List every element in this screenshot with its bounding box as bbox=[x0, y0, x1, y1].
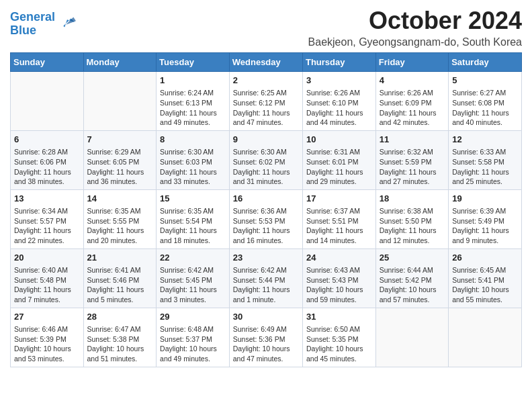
cell-content: Sunrise: 6:33 AM Sunset: 5:58 PM Dayligh… bbox=[452, 147, 518, 187]
cell-content: Sunrise: 6:45 AM Sunset: 5:41 PM Dayligh… bbox=[452, 265, 518, 305]
calendar: SundayMondayTuesdayWednesdayThursdayFrid… bbox=[10, 52, 522, 367]
calendar-cell: 16Sunrise: 6:36 AM Sunset: 5:53 PM Dayli… bbox=[229, 189, 302, 248]
cell-content: Sunrise: 6:42 AM Sunset: 5:44 PM Dayligh… bbox=[233, 265, 299, 305]
calendar-cell: 6Sunrise: 6:28 AM Sunset: 6:06 PM Daylig… bbox=[11, 130, 84, 189]
cell-content: Sunrise: 6:30 AM Sunset: 6:02 PM Dayligh… bbox=[233, 147, 299, 187]
cell-content: Sunrise: 6:49 AM Sunset: 5:36 PM Dayligh… bbox=[233, 324, 299, 364]
calendar-week-5: 27Sunrise: 6:46 AM Sunset: 5:39 PM Dayli… bbox=[11, 308, 522, 367]
subtitle: Baekjeon, Gyeongsangnam-do, South Korea bbox=[308, 36, 522, 48]
main-title: October 2024 bbox=[308, 7, 522, 35]
cell-content: Sunrise: 6:41 AM Sunset: 5:46 PM Dayligh… bbox=[87, 265, 153, 305]
calendar-cell: 26Sunrise: 6:45 AM Sunset: 5:41 PM Dayli… bbox=[449, 248, 522, 308]
day-number: 16 bbox=[233, 193, 299, 205]
calendar-cell: 29Sunrise: 6:48 AM Sunset: 5:37 PM Dayli… bbox=[157, 308, 230, 367]
calendar-week-2: 6Sunrise: 6:28 AM Sunset: 6:06 PM Daylig… bbox=[11, 130, 522, 189]
logo-bird-icon bbox=[57, 13, 76, 32]
day-number: 12 bbox=[452, 134, 518, 146]
cell-content: Sunrise: 6:31 AM Sunset: 6:01 PM Dayligh… bbox=[306, 147, 372, 187]
calendar-cell: 20Sunrise: 6:40 AM Sunset: 5:48 PM Dayli… bbox=[11, 248, 84, 308]
calendar-cell: 27Sunrise: 6:46 AM Sunset: 5:39 PM Dayli… bbox=[11, 308, 84, 367]
day-number: 4 bbox=[380, 75, 445, 87]
header: GeneralBlue October 2024 Baekjeon, Gyeon… bbox=[10, 7, 522, 48]
calendar-cell: 4Sunrise: 6:26 AM Sunset: 6:09 PM Daylig… bbox=[375, 72, 448, 131]
calendar-cell: 2Sunrise: 6:25 AM Sunset: 6:12 PM Daylig… bbox=[229, 72, 302, 131]
col-header-thursday: Thursday bbox=[302, 53, 375, 72]
cell-content: Sunrise: 6:29 AM Sunset: 6:05 PM Dayligh… bbox=[87, 147, 153, 187]
cell-content: Sunrise: 6:34 AM Sunset: 5:57 PM Dayligh… bbox=[14, 206, 80, 246]
cell-content: Sunrise: 6:48 AM Sunset: 5:37 PM Dayligh… bbox=[160, 324, 226, 364]
col-header-sunday: Sunday bbox=[11, 53, 84, 72]
calendar-week-1: 1Sunrise: 6:24 AM Sunset: 6:13 PM Daylig… bbox=[11, 72, 522, 131]
calendar-cell: 13Sunrise: 6:34 AM Sunset: 5:57 PM Dayli… bbox=[11, 189, 84, 248]
calendar-cell bbox=[83, 72, 157, 131]
calendar-cell: 28Sunrise: 6:47 AM Sunset: 5:38 PM Dayli… bbox=[83, 308, 157, 367]
calendar-cell: 21Sunrise: 6:41 AM Sunset: 5:46 PM Dayli… bbox=[83, 248, 157, 308]
cell-content: Sunrise: 6:40 AM Sunset: 5:48 PM Dayligh… bbox=[14, 265, 80, 305]
calendar-cell: 12Sunrise: 6:33 AM Sunset: 5:58 PM Dayli… bbox=[449, 130, 522, 189]
cell-content: Sunrise: 6:26 AM Sunset: 6:09 PM Dayligh… bbox=[380, 88, 445, 128]
day-number: 17 bbox=[306, 193, 372, 205]
day-number: 6 bbox=[14, 134, 80, 146]
cell-content: Sunrise: 6:50 AM Sunset: 5:35 PM Dayligh… bbox=[306, 324, 372, 364]
day-number: 11 bbox=[380, 134, 445, 146]
calendar-cell: 14Sunrise: 6:35 AM Sunset: 5:55 PM Dayli… bbox=[83, 189, 157, 248]
day-number: 14 bbox=[87, 193, 153, 205]
cell-content: Sunrise: 6:42 AM Sunset: 5:45 PM Dayligh… bbox=[160, 265, 226, 305]
calendar-cell: 23Sunrise: 6:42 AM Sunset: 5:44 PM Dayli… bbox=[229, 248, 302, 308]
col-header-tuesday: Tuesday bbox=[157, 53, 230, 72]
calendar-cell bbox=[375, 308, 448, 367]
calendar-cell: 19Sunrise: 6:39 AM Sunset: 5:49 PM Dayli… bbox=[449, 189, 522, 248]
cell-content: Sunrise: 6:35 AM Sunset: 5:55 PM Dayligh… bbox=[87, 206, 153, 246]
logo-text: GeneralBlue bbox=[10, 11, 55, 38]
day-number: 18 bbox=[380, 193, 445, 205]
cell-content: Sunrise: 6:35 AM Sunset: 5:54 PM Dayligh… bbox=[160, 206, 226, 246]
calendar-cell: 10Sunrise: 6:31 AM Sunset: 6:01 PM Dayli… bbox=[302, 130, 375, 189]
day-number: 24 bbox=[306, 252, 372, 264]
calendar-cell: 8Sunrise: 6:30 AM Sunset: 6:03 PM Daylig… bbox=[157, 130, 230, 189]
cell-content: Sunrise: 6:46 AM Sunset: 5:39 PM Dayligh… bbox=[14, 324, 80, 364]
day-number: 23 bbox=[233, 252, 299, 264]
title-area: October 2024 Baekjeon, Gyeongsangnam-do,… bbox=[308, 7, 522, 48]
day-number: 2 bbox=[233, 75, 299, 87]
col-header-friday: Friday bbox=[375, 53, 448, 72]
day-number: 7 bbox=[87, 134, 153, 146]
day-number: 28 bbox=[87, 311, 153, 323]
calendar-cell bbox=[449, 308, 522, 367]
calendar-cell: 1Sunrise: 6:24 AM Sunset: 6:13 PM Daylig… bbox=[157, 72, 230, 131]
day-number: 26 bbox=[452, 252, 518, 264]
day-number: 9 bbox=[233, 134, 299, 146]
cell-content: Sunrise: 6:24 AM Sunset: 6:13 PM Dayligh… bbox=[160, 88, 226, 128]
cell-content: Sunrise: 6:39 AM Sunset: 5:49 PM Dayligh… bbox=[452, 206, 518, 246]
cell-content: Sunrise: 6:43 AM Sunset: 5:43 PM Dayligh… bbox=[306, 265, 372, 305]
cell-content: Sunrise: 6:30 AM Sunset: 6:03 PM Dayligh… bbox=[160, 147, 226, 187]
cell-content: Sunrise: 6:28 AM Sunset: 6:06 PM Dayligh… bbox=[14, 147, 80, 187]
day-number: 29 bbox=[160, 311, 226, 323]
day-number: 30 bbox=[233, 311, 299, 323]
calendar-cell: 5Sunrise: 6:27 AM Sunset: 6:08 PM Daylig… bbox=[449, 72, 522, 131]
calendar-cell: 24Sunrise: 6:43 AM Sunset: 5:43 PM Dayli… bbox=[302, 248, 375, 308]
cell-content: Sunrise: 6:27 AM Sunset: 6:08 PM Dayligh… bbox=[452, 88, 518, 128]
calendar-cell: 30Sunrise: 6:49 AM Sunset: 5:36 PM Dayli… bbox=[229, 308, 302, 367]
calendar-cell: 31Sunrise: 6:50 AM Sunset: 5:35 PM Dayli… bbox=[302, 308, 375, 367]
day-number: 19 bbox=[452, 193, 518, 205]
calendar-header: SundayMondayTuesdayWednesdayThursdayFrid… bbox=[11, 53, 522, 72]
calendar-cell: 7Sunrise: 6:29 AM Sunset: 6:05 PM Daylig… bbox=[83, 130, 157, 189]
col-header-monday: Monday bbox=[83, 53, 157, 72]
day-number: 1 bbox=[160, 75, 226, 87]
calendar-cell: 17Sunrise: 6:37 AM Sunset: 5:51 PM Dayli… bbox=[302, 189, 375, 248]
cell-content: Sunrise: 6:47 AM Sunset: 5:38 PM Dayligh… bbox=[87, 324, 153, 364]
day-number: 31 bbox=[306, 311, 372, 323]
calendar-week-4: 20Sunrise: 6:40 AM Sunset: 5:48 PM Dayli… bbox=[11, 248, 522, 308]
day-number: 20 bbox=[14, 252, 80, 264]
calendar-cell: 3Sunrise: 6:26 AM Sunset: 6:10 PM Daylig… bbox=[302, 72, 375, 131]
cell-content: Sunrise: 6:38 AM Sunset: 5:50 PM Dayligh… bbox=[380, 206, 445, 246]
calendar-cell: 9Sunrise: 6:30 AM Sunset: 6:02 PM Daylig… bbox=[229, 130, 302, 189]
cell-content: Sunrise: 6:44 AM Sunset: 5:42 PM Dayligh… bbox=[380, 265, 445, 305]
cell-content: Sunrise: 6:36 AM Sunset: 5:53 PM Dayligh… bbox=[233, 206, 299, 246]
cell-content: Sunrise: 6:26 AM Sunset: 6:10 PM Dayligh… bbox=[306, 88, 372, 128]
col-header-wednesday: Wednesday bbox=[229, 53, 302, 72]
day-number: 5 bbox=[452, 75, 518, 87]
cell-content: Sunrise: 6:25 AM Sunset: 6:12 PM Dayligh… bbox=[233, 88, 299, 128]
cell-content: Sunrise: 6:32 AM Sunset: 5:59 PM Dayligh… bbox=[380, 147, 445, 187]
calendar-cell: 15Sunrise: 6:35 AM Sunset: 5:54 PM Dayli… bbox=[157, 189, 230, 248]
